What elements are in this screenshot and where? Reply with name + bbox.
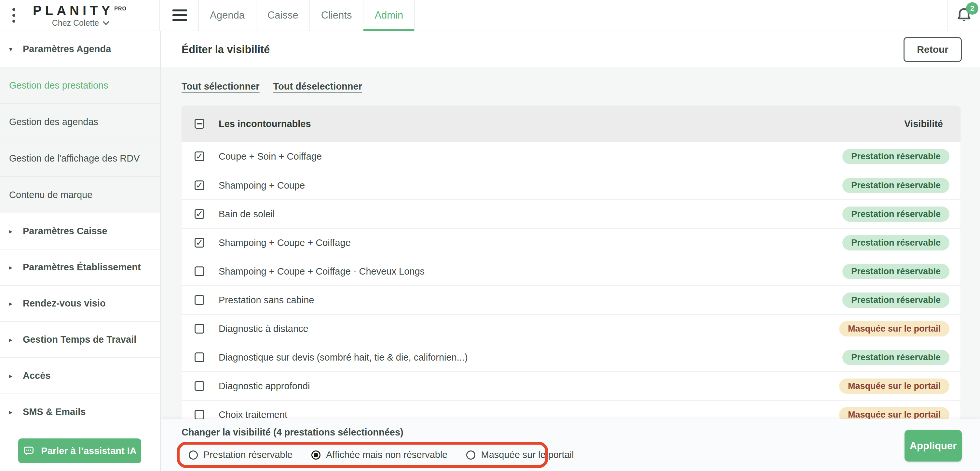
sidebar-section-sms-emails[interactable]: ▸ SMS & Emails <box>0 394 160 430</box>
back-button[interactable]: Retour <box>904 37 962 62</box>
prestation-label: Choix traitement <box>219 409 287 420</box>
select-all-link[interactable]: Tout sélectionner <box>181 81 259 92</box>
annotation-highlight: Prestation réservable Affichée mais non … <box>177 442 548 468</box>
triangle-expanded-icon: ▾ <box>9 45 17 53</box>
sidebar-section-parametres-caisse[interactable]: ▸ Paramètres Caisse <box>0 213 160 249</box>
table-row: Prestation sans cabine Prestation réserv… <box>181 285 961 314</box>
prestation-label: Bain de soleil <box>219 209 275 220</box>
tab-admin[interactable]: Admin <box>363 0 415 30</box>
status-badge: Prestation réservable <box>842 350 950 365</box>
sidebar-item-gestion-des-agendas[interactable]: Gestion des agendas <box>0 104 160 141</box>
table-row: Bain de soleil Prestation réservable <box>181 200 961 228</box>
apply-button[interactable]: Appliquer <box>905 430 962 461</box>
triangle-collapsed-icon: ▸ <box>9 300 17 308</box>
prestation-label: Coupe + Soin + Coiffage <box>219 151 322 162</box>
row-checkbox[interactable] <box>194 410 204 420</box>
tab-agenda[interactable]: Agenda <box>198 0 256 30</box>
sidebar-section-label: Paramètres Établissement <box>23 262 141 273</box>
radio-affichee-non-reservable[interactable]: Affichée mais non réservable <box>311 450 447 460</box>
sidebar-section-label: Paramètres Caisse <box>23 226 107 236</box>
table-row: Diagnostic à distance Masquée sur le por… <box>181 314 961 343</box>
sidebar-section-parametres-agenda[interactable]: ▾ Paramètres Agenda <box>0 31 160 67</box>
status-badge: Masquée sur le portail <box>839 378 950 394</box>
row-checkbox[interactable] <box>194 267 204 276</box>
row-checkbox[interactable] <box>194 381 204 391</box>
row-checkbox[interactable] <box>194 209 204 219</box>
brand-suffix: PRO <box>114 6 127 11</box>
sidebar-section-label: Gestion Temps de Travail <box>23 334 136 345</box>
row-checkbox[interactable] <box>194 353 204 362</box>
row-checkbox[interactable] <box>194 152 204 161</box>
sidebar-item-contenu-de-marque[interactable]: Contenu de marque <box>0 177 160 213</box>
row-checkbox[interactable] <box>194 180 204 190</box>
triangle-collapsed-icon: ▸ <box>9 263 17 271</box>
ai-assistant-button[interactable]: Parler à l’assistant IA <box>18 438 141 463</box>
sidebar-section-label: Rendez-vous visio <box>23 298 106 309</box>
status-badge: Prestation réservable <box>842 149 950 164</box>
page-title: Éditer la visibilité <box>181 43 270 56</box>
sidebar-section-rendez-vous-visio[interactable]: ▸ Rendez-vous visio <box>0 286 160 322</box>
brand-logo: PLANITYPRO Chez Colette <box>33 3 127 27</box>
triangle-collapsed-icon: ▸ <box>9 336 17 344</box>
status-badge: Prestation réservable <box>842 206 950 222</box>
group-checkbox[interactable] <box>194 119 204 129</box>
location-label: Chez Colette <box>52 19 99 27</box>
bottom-action-bar: Changer la visibilité (4 prestations sél… <box>161 419 980 471</box>
brand-area: PLANITYPRO Chez Colette <box>0 0 160 30</box>
location-selector[interactable]: Chez Colette <box>33 19 127 27</box>
radio-icon-selected[interactable] <box>311 450 320 460</box>
content-area: Tout sélectionner Tout déselectionner Le… <box>161 67 980 429</box>
status-badge: Prestation réservable <box>842 235 950 251</box>
radio-prestation-reservable[interactable]: Prestation réservable <box>189 450 293 460</box>
notification-area: 2 <box>947 0 980 30</box>
table-row: Coupe + Soin + Coiffage Prestation réser… <box>181 142 961 171</box>
status-badge: Prestation réservable <box>842 264 950 279</box>
row-checkbox[interactable] <box>194 295 204 305</box>
radio-icon[interactable] <box>466 450 476 460</box>
sidebar-item-gestion-des-prestations[interactable]: Gestion des prestations <box>0 67 160 104</box>
row-checkbox[interactable] <box>194 324 204 334</box>
prestation-label: Diagnostique sur devis (sombré hait, tie… <box>219 352 468 363</box>
change-visibility-label: Changer la visibilité (4 prestations sél… <box>181 427 404 438</box>
sidebar-section-acces[interactable]: ▸ Accès <box>0 358 160 394</box>
sidebar-section-label: Accès <box>23 370 51 381</box>
triangle-collapsed-icon: ▸ <box>9 408 17 416</box>
prestation-label: Prestation sans cabine <box>219 295 314 305</box>
table-row: Shampoing + Coupe Prestation réservable <box>181 171 961 200</box>
hamburger-menu-icon[interactable] <box>172 10 187 21</box>
main-content: Éditer la visibilité Retour Tout sélecti… <box>161 31 980 471</box>
top-navigation: Agenda Caisse Clients Admin 2 <box>160 0 980 30</box>
planity-admin-app: PLANITYPRO Chez Colette Agenda Caisse Cl… <box>0 0 980 471</box>
group-header-row: Les incontournables Visibilité <box>181 105 961 142</box>
chevron-down-icon <box>103 19 109 25</box>
group-title: Les incontournables <box>219 118 311 129</box>
bell-icon[interactable]: 2 <box>956 6 972 24</box>
deselect-all-link[interactable]: Tout déselectionner <box>273 81 362 92</box>
ai-assistant-label: Parler à l’assistant IA <box>41 445 136 457</box>
prestation-label: Shampoing + Coupe <box>219 180 305 191</box>
tab-clients[interactable]: Clients <box>309 0 363 30</box>
prestation-label: Shampoing + Coupe + Coiffage <box>219 238 351 248</box>
prestation-label: Shampoing + Coupe + Coiffage - Cheveux L… <box>219 266 425 277</box>
selection-links: Tout sélectionner Tout déselectionner <box>181 81 961 92</box>
radio-masquee-portail[interactable]: Masquée sur le portail <box>466 450 574 460</box>
sidebar: ▾ Paramètres Agenda Gestion des prestati… <box>0 31 161 471</box>
radio-label: Affichée mais non réservable <box>326 450 447 460</box>
sidebar-section-parametres-etablissement[interactable]: ▸ Paramètres Établissement <box>0 249 160 286</box>
sidebar-section-label: SMS & Emails <box>23 407 86 417</box>
topbar: PLANITYPRO Chez Colette Agenda Caisse Cl… <box>0 0 980 31</box>
nav-tabs: Agenda Caisse Clients Admin <box>198 0 415 30</box>
kebab-menu-icon[interactable] <box>10 6 17 25</box>
status-badge: Prestation réservable <box>842 178 950 193</box>
triangle-collapsed-icon: ▸ <box>9 372 17 380</box>
radio-icon[interactable] <box>189 450 198 460</box>
table-row: Shampoing + Coupe + Coiffage - Cheveux L… <box>181 257 961 285</box>
tab-caisse[interactable]: Caisse <box>256 0 309 30</box>
row-checkbox[interactable] <box>194 238 204 247</box>
sidebar-section-gestion-temps-travail[interactable]: ▸ Gestion Temps de Travail <box>0 322 160 358</box>
notification-count-badge[interactable]: 2 <box>966 2 978 14</box>
status-badge: Prestation réservable <box>842 292 950 308</box>
radio-label: Masquée sur le portail <box>481 450 574 460</box>
sidebar-item-gestion-affichage-rdv[interactable]: Gestion de l'affichage des RDV <box>0 141 160 177</box>
brand-name: PLANITYPRO <box>33 3 127 17</box>
